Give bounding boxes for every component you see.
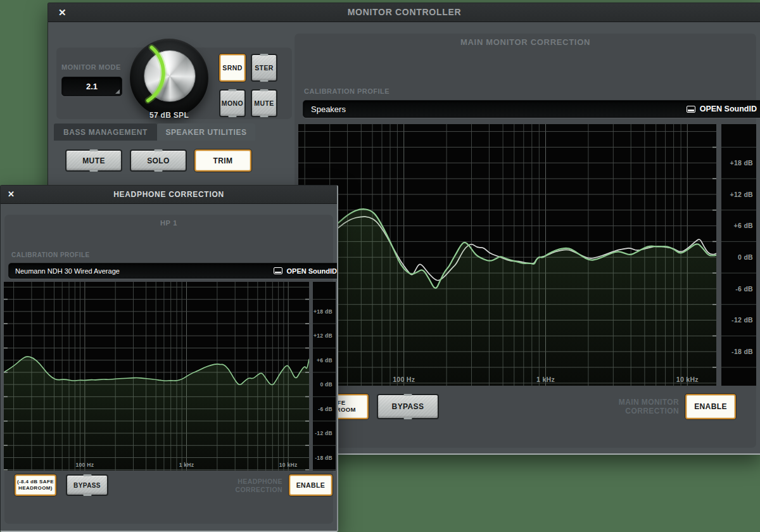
svg-text:+6 dB: +6 dB [734, 222, 754, 229]
srnd-button[interactable]: SRND [219, 54, 246, 82]
open-soundid-button[interactable]: OPEN SoundID [687, 104, 757, 113]
monitor-mode-label: MONITOR MODE [61, 63, 121, 71]
volume-knob[interactable] [130, 39, 208, 117]
safe-headroom-line1: (-8.4 dB SAFE [17, 479, 54, 485]
safe-headroom-line2: HEADROOM) [18, 485, 53, 491]
ster-button[interactable]: STER [251, 54, 277, 82]
speaker-profile-select[interactable]: Speakers OPEN SoundID [303, 100, 760, 118]
svg-text:10 kHz: 10 kHz [676, 376, 699, 383]
speaker-profile-value: Speakers [311, 104, 346, 114]
spl-readout: 57 dB SPL [130, 111, 208, 120]
svg-text:0 dB: 0 dB [738, 253, 753, 261]
hp-footer-label: HEADPHONE CORRECTION [191, 478, 282, 493]
main-correction-header: MAIN MONITOR CORRECTION [294, 37, 756, 47]
headphone-profile-value: Neumann NDH 30 Wired Average [15, 267, 120, 275]
open-soundid-label: OPEN SoundID [287, 267, 337, 275]
db-scale-column: +18 dB+12 dB+6 dB0 dB-6 dB-12 dB-18 dB [721, 124, 756, 386]
svg-text:10 kHz: 10 kHz [279, 462, 298, 468]
knob-level-arc-icon [130, 39, 208, 117]
headphone-response-graph: 100 Hz1 kHz10 kHz+18 dB+12 dB+6 dB0 dB-6… [4, 282, 336, 471]
tab-bass-management[interactable]: BASS MANAGEMENT [54, 124, 157, 141]
tab-speaker-utilities[interactable]: SPEAKER UTILITIES [157, 124, 255, 141]
svg-text:0 dB: 0 dB [320, 381, 332, 388]
soundid-window-icon [687, 106, 695, 113]
svg-text:-12 dB: -12 dB [732, 316, 753, 324]
headphone-correction-window: ✕ HEADPHONE CORRECTION HP 1 CALIBRATION … [0, 185, 338, 532]
response-plot-area: 100 Hz1 kHz10 kHz [4, 282, 309, 471]
dropdown-corner-icon [115, 89, 120, 94]
svg-text:+12 dB: +12 dB [730, 191, 753, 198]
svg-text:-12 dB: -12 dB [315, 430, 332, 436]
hp-output-label: HP 1 [4, 219, 333, 227]
open-soundid-label: OPEN SoundID [700, 104, 757, 113]
mute-speakers-button[interactable]: MUTE [65, 149, 122, 172]
monitor-mode-value: 2.1 [86, 82, 98, 91]
desktop-background: ✕ MONITOR CONTROLLER MONITOR MODE 2.1 57… [0, 0, 760, 532]
mute-button[interactable]: MUTE [251, 89, 277, 117]
trim-speakers-button[interactable]: TRIM [194, 149, 251, 172]
calibration-profile-label: CALIBRATION PROFILE [304, 87, 390, 95]
main-bypass-button[interactable]: BYPASS [377, 394, 439, 419]
main-monitor-response-graph: 100 Hz1 kHz10 kHz+18 dB+12 dB+6 dB0 dB-6… [298, 124, 756, 386]
svg-text:100 Hz: 100 Hz [393, 376, 415, 383]
svg-text:1 kHz: 1 kHz [536, 376, 555, 383]
open-soundid-button[interactable]: OPEN SoundID [274, 267, 337, 275]
titlebar: ✕ MONITOR CONTROLLER [48, 3, 760, 22]
main-enable-button[interactable]: ENABLE [685, 394, 736, 419]
svg-text:+18 dB: +18 dB [730, 159, 753, 167]
svg-text:100 Hz: 100 Hz [76, 462, 94, 468]
calibration-profile-label: CALIBRATION PROFILE [11, 251, 90, 258]
mono-button[interactable]: MONO [219, 89, 246, 117]
main-correction-footer-label: MAIN MONITOR CORRECTION [548, 398, 679, 416]
svg-text:-6 dB: -6 dB [735, 285, 753, 293]
svg-text:-6 dB: -6 dB [318, 406, 332, 412]
svg-text:+18 dB: +18 dB [314, 308, 332, 315]
monitor-mode-select[interactable]: 2.1 [61, 77, 122, 96]
svg-text:+12 dB: +12 dB [314, 332, 332, 339]
titlebar: ✕ HEADPHONE CORRECTION [1, 186, 337, 204]
svg-text:+6 dB: +6 dB [317, 357, 332, 364]
headphone-profile-select[interactable]: Neumann NDH 30 Wired Average OPEN SoundI… [8, 263, 338, 279]
hp-bypass-button[interactable]: BYPASS [66, 474, 108, 496]
soundid-window-icon [274, 267, 282, 274]
svg-text:1 kHz: 1 kHz [179, 462, 194, 468]
response-plot-area: 100 Hz1 kHz10 kHz [298, 124, 716, 386]
db-scale-column: +18 dB+12 dB+6 dB0 dB-6 dB-12 dB-18 dB [313, 282, 336, 471]
hp-enable-button[interactable]: ENABLE [289, 474, 332, 496]
solo-speakers-button[interactable]: SOLO [130, 149, 187, 172]
svg-text:-18 dB: -18 dB [732, 348, 753, 355]
svg-text:-18 dB: -18 dB [315, 455, 332, 461]
hp-safe-headroom-button[interactable]: (-8.4 dB SAFE HEADROOM) [15, 474, 56, 496]
window-title: MONITOR CONTROLLER [48, 3, 760, 22]
window-title: HEADPHONE CORRECTION [1, 186, 337, 203]
